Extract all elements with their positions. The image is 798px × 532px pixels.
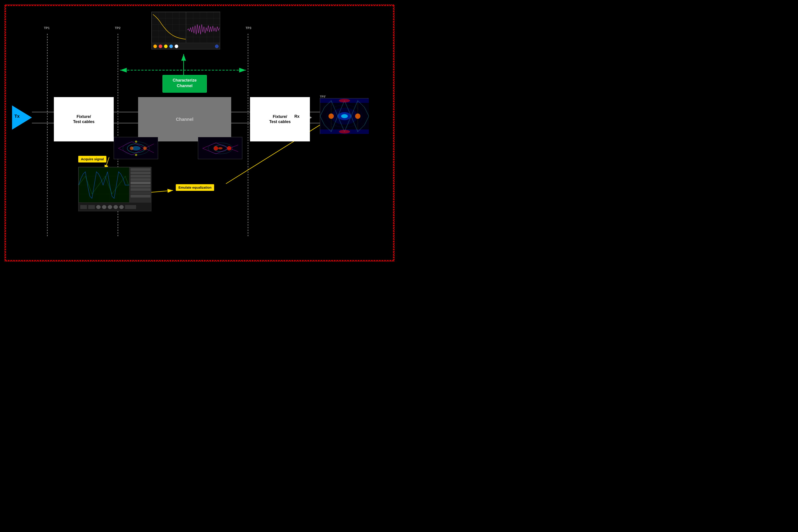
acquire-signal-text: Acquire signal	[81, 157, 104, 161]
emulate-equalization-label: Emulate equalization	[176, 184, 214, 191]
tp2-label: TP2	[115, 26, 120, 30]
eye-diagram-tp3	[198, 137, 242, 159]
tp3prime-label: TP3'	[320, 95, 326, 98]
tp1-label: TP1	[44, 26, 50, 30]
svg-point-48	[135, 154, 137, 156]
svg-point-46	[143, 147, 147, 150]
characterize-channel-box[interactable]: Characterize Channel	[163, 75, 207, 93]
fixture-left-label: Fixture/Test cables	[73, 114, 95, 125]
svg-line-13	[149, 190, 173, 193]
eye-diagram-tp3prime	[320, 98, 368, 134]
channel-box: Channel	[138, 97, 231, 141]
tp3-label: TP3	[246, 26, 251, 30]
svg-point-45	[130, 147, 133, 150]
svg-rect-61	[79, 167, 130, 203]
svg-point-73	[341, 114, 348, 118]
characterize-channel-label: Characterize Channel	[167, 78, 202, 89]
fixture-right-label: Fixture/Test cables	[269, 114, 291, 125]
rx-label: Rx	[294, 114, 300, 119]
channel-label: Channel	[176, 117, 193, 122]
svg-point-59	[214, 146, 218, 151]
chart-display	[151, 12, 220, 50]
fixture-left-box: Fixture/Test cables	[54, 97, 114, 141]
emulate-equalization-text: Emulate equalization	[178, 186, 211, 189]
oscilloscope-display	[78, 167, 151, 211]
acquire-signal-label: Acquire signal	[78, 156, 107, 163]
svg-point-60	[227, 146, 231, 151]
svg-point-81	[339, 130, 350, 133]
main-diagram: TP1 TP2 TP3 Tx Rx Fixture/Test cables Ch…	[4, 4, 395, 262]
svg-point-47	[135, 140, 137, 143]
svg-point-52	[218, 147, 223, 149]
fixture-right-box: Fixture/Test cables	[250, 97, 310, 141]
tx-label: Tx	[14, 114, 19, 119]
eye-diagram-tp2	[114, 137, 158, 159]
svg-point-80	[339, 99, 350, 102]
